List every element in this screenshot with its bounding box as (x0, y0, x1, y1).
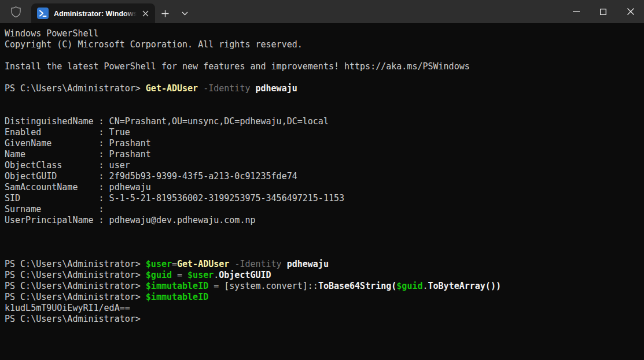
terminal-text-segment: SamAccountName : pdhewaju (5, 182, 151, 192)
terminal-text-segment: ToByteArray()) (428, 281, 501, 291)
terminal-text-segment (198, 83, 203, 94)
titlebar-drag-region[interactable] (194, 0, 562, 23)
powershell-icon (37, 8, 49, 19)
terminal-text-segment: $immutableID (146, 292, 208, 302)
terminal-text-segment: pdhewaju (287, 259, 329, 269)
terminal-text-segment: $user (187, 270, 214, 280)
terminal-line (5, 50, 644, 61)
terminal-text-segment: -Identity (234, 259, 281, 269)
terminal-line: DistinguishedName : CN=Prashant,OU=unsyn… (5, 116, 644, 127)
terminal-line: Copyright (C) Microsoft Corporation. All… (5, 39, 644, 50)
terminal-text-segment: Windows PowerShell (5, 28, 99, 39)
terminal-text-segment: $immutableID (146, 281, 208, 291)
terminal-line: Windows PowerShell (5, 28, 644, 39)
terminal-text-segment: ObjectClass : user (5, 160, 130, 170)
terminal-line: PS C:\Users\Administrator> $immutableID … (5, 281, 644, 292)
terminal-line (5, 237, 644, 248)
terminal-line (5, 72, 644, 83)
terminal-line: PS C:\Users\Administrator> Get-ADUser -I… (5, 83, 644, 94)
terminal-line: Surname : (5, 204, 644, 215)
terminal-text-segment: Name : Prashant (5, 149, 151, 159)
terminal-text-segment (250, 83, 255, 94)
terminal-text-segment: . (423, 281, 428, 291)
maximize-button[interactable] (590, 0, 617, 23)
terminal-text-segment: PS C:\Users\Administrator> (5, 314, 141, 324)
terminal-text-segment: PS C:\Users\Administrator> (5, 270, 146, 280)
window-controls (562, 0, 644, 23)
terminal-window: Administrator: Windows Powe (0, 0, 644, 360)
terminal-text-segment: PS C:\Users\Administrator> (5, 259, 146, 269)
terminal-line (5, 105, 644, 116)
terminal-text-segment: pdhewaju (256, 83, 297, 94)
terminal-line (5, 226, 644, 237)
terminal-text-segment: DistinguishedName : CN=Prashant,OU=unsyn… (5, 116, 329, 127)
terminal-text-segment: k1udL5mT9UOiEwyRI1/edA== (5, 303, 130, 313)
terminal-line: Enabled : True (5, 127, 644, 138)
terminal-line: ObjectGUID : 2f9d5b93-9399-43f5-a213-0c9… (5, 171, 644, 182)
terminal-text-segment: ToBase64String( (318, 281, 396, 291)
terminal-text-segment: = (172, 270, 187, 280)
terminal-text-segment: Enabled : True (5, 127, 130, 138)
terminal-line (5, 248, 644, 259)
terminal-line: PS C:\Users\Administrator> $immutableID (5, 292, 644, 303)
terminal-text-segment: Get-ADUser (177, 259, 229, 269)
terminal-text-segment: = (208, 281, 224, 291)
terminal-text-segment: PS C:\Users\Administrator> (5, 281, 146, 291)
terminal-output[interactable]: Windows PowerShellCopyright (C) Microsof… (0, 23, 644, 360)
terminal-text-segment: UserPrincipalName : pdhewaju@dev.pdhewaj… (5, 215, 255, 225)
tab-title: Administrator: Windows Powe (54, 10, 137, 18)
terminal-text-segment: SID : S-1-5-21-819536002-3199253975-3456… (5, 193, 344, 203)
terminal-line: PS C:\Users\Administrator> (5, 314, 644, 325)
close-button[interactable] (617, 0, 644, 23)
terminal-text-segment: Install the latest PowerShell for new fe… (5, 61, 470, 72)
terminal-text-segment: $guid (396, 281, 422, 291)
terminal-text-segment (282, 259, 287, 269)
terminal-text-segment: Surname : (5, 204, 104, 214)
terminal-line: ObjectClass : user (5, 160, 644, 171)
terminal-text-segment: $user (146, 259, 172, 269)
terminal-text-segment: Get-ADUser (146, 83, 198, 94)
tab-powershell[interactable]: Administrator: Windows Powe (31, 3, 155, 23)
titlebar: Administrator: Windows Powe (0, 0, 644, 23)
terminal-line (5, 94, 644, 105)
terminal-line: GivenName : Prashant (5, 138, 644, 149)
terminal-line: Name : Prashant (5, 149, 644, 160)
terminal-text-segment: $guid (146, 270, 172, 280)
tab-close-button[interactable] (139, 7, 152, 20)
terminal-line: Install the latest PowerShell for new fe… (5, 61, 644, 72)
terminal-text-segment: PS C:\Users\Administrator> (5, 292, 146, 302)
terminal-text-segment: ObjectGUID : 2f9d5b93-9399-43f5-a213-0c9… (5, 171, 297, 181)
terminal-text-segment: . (214, 270, 219, 280)
terminal-text-segment: PS C:\Users\Administrator> (5, 83, 146, 94)
minimize-button[interactable] (562, 0, 590, 23)
terminal-line: k1udL5mT9UOiEwyRI1/edA== (5, 303, 644, 314)
terminal-line: PS C:\Users\Administrator> $guid = $user… (5, 270, 644, 281)
terminal-text-segment: [system.convert]:: (224, 281, 318, 291)
terminal-text-segment: Copyright (C) Microsoft Corporation. All… (5, 39, 303, 50)
terminal-text-segment: ObjectGUID (219, 270, 271, 280)
admin-shield-icon (0, 0, 31, 23)
terminal-text-segment: -Identity (203, 83, 250, 94)
terminal-line: SamAccountName : pdhewaju (5, 182, 644, 193)
terminal-line: UserPrincipalName : pdhewaju@dev.pdhewaj… (5, 215, 644, 226)
new-tab-button[interactable] (155, 3, 175, 23)
terminal-line: SID : S-1-5-21-819536002-3199253975-3456… (5, 193, 644, 204)
terminal-text-segment: = (172, 259, 177, 269)
terminal-line: PS C:\Users\Administrator> $user=Get-ADU… (5, 259, 644, 270)
tab-dropdown-button[interactable] (175, 3, 194, 23)
terminal-text-segment: GivenName : Prashant (5, 138, 151, 149)
tab-title-wrap: Administrator: Windows Powe (54, 8, 137, 18)
